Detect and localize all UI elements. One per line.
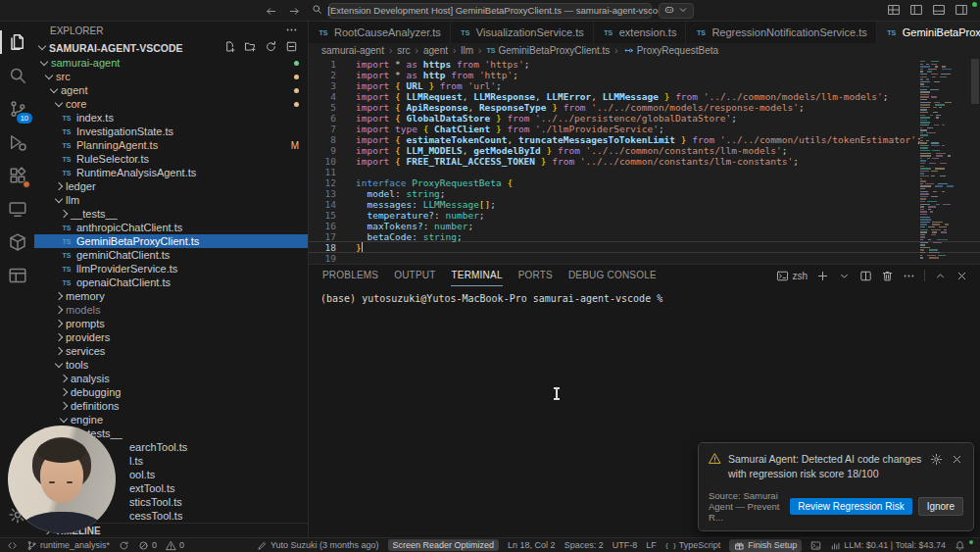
chart-icon [830,540,841,551]
status-llm-cost[interactable]: LLM: $0.41 | Total: $43.74 [830,540,946,551]
status-cursor-position[interactable]: Ln 18, Col 2 [508,540,556,550]
tree-item-engine[interactable]: engine [34,413,308,427]
activity-item-extensions[interactable] [0,159,34,192]
activity-item-layout-panels[interactable] [0,259,34,292]
layout-sidebar-left-icon[interactable] [909,3,923,21]
tree-item-tests[interactable]: __tests__ [34,207,308,221]
tab-extension-ts[interactable]: TSextension.ts [594,22,687,43]
copilot-menu[interactable] [659,3,694,19]
activity-item-package[interactable] [0,226,34,259]
status-language-mode[interactable]: { }TypeScript [665,540,721,551]
panel-tab-problems[interactable]: PROBLEMS [322,265,378,286]
breadcrumb-item-geminibetaproxyclient-ts[interactable]: TSGeminiBetaProxyClient.ts [486,45,610,56]
tree-item-models[interactable]: models [34,303,308,317]
status-eol[interactable]: LF [646,540,657,550]
breadcrumb-item-proxyrequestbeta[interactable]: ProxyRequestBeta [623,45,718,56]
panel-tab-ports[interactable]: PORTS [518,265,553,286]
status-notifications[interactable] [955,540,973,551]
review-regression-risk-button[interactable]: Review Regression Risk [790,498,911,515]
layout-panel-icon[interactable] [932,3,946,21]
activity-item-run-debug[interactable] [0,125,34,159]
layout-grid-icon[interactable] [887,3,901,21]
tree-item-anthropicchatclient-ts[interactable]: TSanthropicChatClient.ts [34,221,308,234]
tree-item-ledger[interactable]: ledger [34,179,308,193]
status-git-branch[interactable]: runtime_analysis* [26,540,110,551]
tab-visualizationservice-ts[interactable]: TSVisualizationService.ts [451,22,594,43]
code-editor[interactable]: 12345678910111213141516171819 import * a… [309,57,980,264]
status-indentation[interactable]: Spaces: 2 [564,540,604,550]
ignore-button[interactable]: Ignore [918,497,963,516]
tree-item-planningagent-ts[interactable]: TSPlanningAgent.tsM [34,138,308,152]
chevron-up-icon[interactable] [934,270,947,282]
tree-item-index-ts[interactable]: TSindex.ts [34,111,308,125]
trash-icon[interactable] [881,270,894,282]
explorer-more-button[interactable] [285,24,298,38]
command-center[interactable]: [Extension Development Host] GeminiBetaP… [328,3,652,19]
breadcrumb-item-agent[interactable]: agent [423,45,448,56]
tree-item-tools[interactable]: tools [34,358,308,372]
status-warnings[interactable]: 0 [166,540,184,551]
layout-sidebar-right-icon[interactable] [955,3,968,21]
status-screen-reader[interactable]: Screen Reader Optimized [388,539,500,551]
status-finish-setup[interactable]: Finish Setup [729,539,802,552]
tree-item-investigationstate-ts[interactable]: TSInvestigationState.ts [34,125,308,138]
code-line: import * as https from 'https'; [356,59,980,70]
tree-item-runtimeanalysisagent-ts[interactable]: TSRuntimeAnalysisAgent.ts [34,166,308,179]
refresh-icon[interactable] [265,40,277,55]
status-git-blame[interactable]: Yuto Suzuki (3 months ago) [257,540,379,551]
panel-tab-output[interactable]: OUTPUT [394,265,435,286]
status-terminal[interactable] [810,540,821,551]
status-errors[interactable]: 0 [138,540,157,551]
tree-item-definitions[interactable]: definitions [34,399,308,413]
typescript-file-icon: TS [61,142,73,149]
activity-item-search[interactable] [0,59,34,92]
tree-item-geminibetaproxyclient-ts[interactable]: TSGeminiBetaProxyClient.ts [34,234,308,248]
tree-item-geminichatclient-ts[interactable]: TSgeminiChatClient.ts [34,248,308,262]
tree-item-llmproviderservice-ts[interactable]: TSllmProviderService.ts [34,262,308,276]
tab-geminibetaproxyclient-ts[interactable]: TSGeminiBetaProxyClient.ts× [877,22,980,43]
tab-rootcauseanalyzer-ts[interactable]: TSRootCauseAnalyzer.ts [309,22,451,43]
tree-item-debugging[interactable]: debugging [34,385,308,399]
tree-item-samurai-agent[interactable]: samurai-agent [34,56,308,70]
activity-item-source-control[interactable]: 10 [0,92,34,125]
breadcrumb-item-llm[interactable]: llm [461,45,473,56]
collapse-all-icon[interactable] [285,40,298,55]
panel-tab-terminal[interactable]: TERMINAL [451,265,502,286]
tree-item-providers[interactable]: providers [34,330,308,344]
notification-settings-button[interactable] [930,453,943,468]
tree-item-agent[interactable]: agent [34,83,308,97]
more-icon[interactable] [903,270,915,282]
chevron-down-icon[interactable] [838,270,851,282]
terminal[interactable]: (base) yutosuzuki@Yutos-MacBook-Pro samu… [309,286,980,304]
tree-item-core[interactable]: core [34,97,308,111]
tree-item-openaichatclient-ts[interactable]: TSopenaiChatClient.ts [34,276,308,289]
new-file-icon[interactable] [223,40,236,55]
breadcrumb-item-samurai-agent[interactable]: samurai-agent [321,45,384,56]
activity-item-explorer[interactable] [0,25,34,59]
panel-tab-debug-console[interactable]: DEBUG CONSOLE [568,265,657,286]
history-back-button[interactable] [265,4,277,22]
new-folder-icon[interactable] [244,40,257,55]
tree-item-analysis[interactable]: analysis [34,372,308,385]
workspace-section-header[interactable]: SAMURAI-AGENT-VSCODE [34,39,308,56]
tree-item-prompts[interactable]: prompts [34,317,308,330]
status-encoding[interactable]: UTF-8 [612,540,638,550]
git-status-dot [294,88,299,93]
tree-item-src[interactable]: src [34,70,308,83]
tree-item-label: llmProviderService.ts [76,263,177,275]
tree-item-memory[interactable]: memory [34,289,308,303]
plus-icon[interactable] [816,270,829,282]
breadcrumb-item-src[interactable]: src [397,45,410,56]
status-sync[interactable] [119,540,129,551]
activity-item-remote-window[interactable] [0,192,34,226]
terminal-icon[interactable]: zsh [776,270,808,282]
tab-regressionnotificationservice-ts[interactable]: TSRegressionNotificationService.ts [686,22,876,43]
status-remote[interactable] [7,540,18,551]
notification-close-button[interactable] [951,453,963,468]
history-forward-button[interactable] [288,4,301,22]
tree-item-ruleselector-ts[interactable]: TSRuleSelector.ts [34,152,308,166]
split-icon[interactable] [859,270,872,282]
tree-item-llm[interactable]: llm [34,193,308,207]
tree-item-services[interactable]: services [34,344,308,358]
close-icon[interactable] [956,270,968,282]
